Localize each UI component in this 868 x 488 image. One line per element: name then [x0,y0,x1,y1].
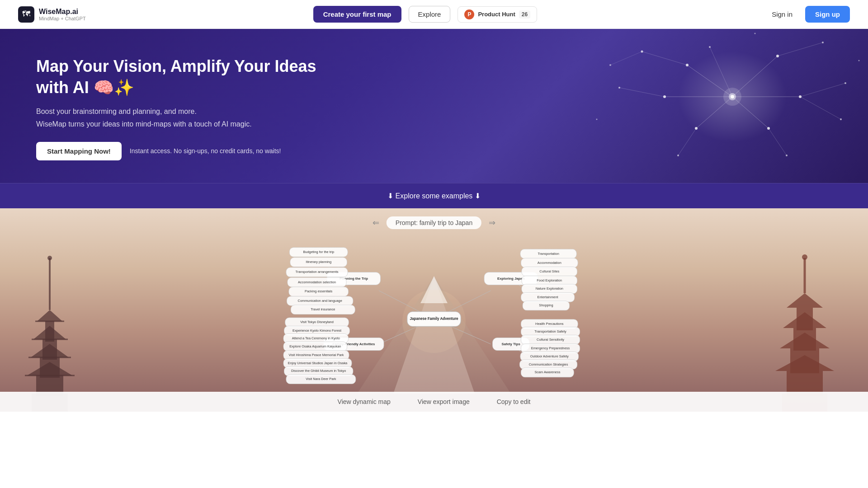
svg-text:Outdoor Adventure Safety: Outdoor Adventure Safety [530,354,569,358]
navbar-center: Create your first map Explore P Product … [313,6,537,23]
svg-text:Enjoy Universal Studios Japan : Enjoy Universal Studios Japan in Osaka [288,361,348,365]
svg-text:Scam Awareness: Scam Awareness [534,370,560,374]
svg-text:Discover the Ghibli Museum in : Discover the Ghibli Museum in Tokyo [291,369,346,373]
svg-point-36 [729,93,736,100]
svg-rect-48 [45,321,54,342]
start-mapping-button[interactable]: Start Mapping Now! [36,142,122,160]
svg-rect-44 [40,357,60,378]
svg-rect-59 [790,348,819,373]
svg-line-15 [610,52,642,65]
svg-point-33 [596,119,598,120]
svg-text:Accommodation: Accommodation [538,260,561,264]
svg-text:Accommodation selection: Accommodation selection [298,280,336,284]
svg-point-34 [755,33,756,34]
mindmap-container: Japanese Family Adventure Planning the T… [276,235,592,403]
svg-point-17 [686,64,689,66]
svg-line-14 [619,88,665,97]
prev-prompt-arrow[interactable]: ⇐ [373,218,379,228]
hero-title: Map Your Vision, Amplify Your Ideas with… [36,56,353,99]
svg-text:Transportation arrangements: Transportation arrangements [295,270,338,274]
product-hunt-label: Product Hunt [478,11,515,18]
svg-text:Transportation: Transportation [538,251,559,255]
svg-marker-49 [37,310,62,321]
svg-text:Safety Tips: Safety Tips [502,342,520,346]
svg-point-21 [695,127,698,130]
svg-point-27 [840,118,842,120]
product-hunt-icon: P [464,9,474,19]
copy-to-edit-link[interactable]: Copy to edit [497,398,531,405]
svg-text:Health Precautions: Health Precautions [535,322,564,326]
svg-text:Transportation Safety: Transportation Safety [534,329,566,333]
svg-text:Travel insurance: Travel insurance [311,307,335,311]
svg-point-66 [802,254,807,260]
svg-point-22 [663,95,666,98]
svg-text:Budgeting for the trip: Budgeting for the trip [303,250,334,254]
svg-text:Communication Strategies: Communication Strategies [529,362,568,366]
view-export-image-link[interactable]: View export image [418,398,470,405]
explore-button[interactable]: Explore [409,6,451,23]
svg-line-13 [678,128,696,155]
hero-desc2: WiseMap turns your ideas into mind-maps … [36,120,353,128]
svg-point-29 [677,155,679,156]
svg-line-11 [800,97,841,119]
svg-text:Food Exploration: Food Exploration [537,278,562,282]
map-section: ⇐ Prompt: family trip to Japan ⇒ [0,208,868,412]
navbar: 🗺 WiseMap.ai MindMap + ChatGPT Create yo… [0,0,868,29]
svg-point-20 [767,127,770,130]
svg-text:Exploring Japan: Exploring Japan [497,276,525,280]
svg-text:Cultural Sites: Cultural Sites [539,269,559,273]
svg-line-10 [800,83,845,97]
center-node-text: Japanese Family Adventure [410,317,458,321]
svg-point-19 [799,95,802,98]
svg-text:Shopping: Shopping [539,303,553,307]
prompt-text: Prompt: family trip to Japan [387,216,481,229]
svg-text:Visit Tokyo Disneyland: Visit Tokyo Disneyland [300,320,334,324]
svg-text:Visit Hiroshima Peace Memorial: Visit Hiroshima Peace Memorial Park [289,352,344,357]
hero-desc1: Boost your brainstorming and planning, a… [36,108,353,116]
svg-marker-64 [787,293,823,308]
svg-line-12 [769,128,787,155]
svg-text:Itinerary planning: Itinerary planning [306,260,331,264]
signin-button[interactable]: Sign in [764,7,800,22]
svg-point-32 [859,60,860,61]
svg-point-28 [786,155,788,156]
hero-section: Map Your Vision, Amplify Your Ideas with… [0,29,868,183]
pagoda-left [0,222,99,412]
svg-text:Explore Osaka Aquarium Kaiyuka: Explore Osaka Aquarium Kaiyukan [289,344,341,348]
svg-text:Entertainment: Entertainment [538,295,558,299]
logo-sub: MindMap + ChatGPT [39,16,86,21]
pagoda-right [741,222,868,412]
product-hunt-count: 26 [519,10,530,19]
svg-point-23 [709,46,711,48]
svg-point-31 [609,64,611,66]
svg-text:Cultural Sensitivity: Cultural Sensitivity [537,337,564,341]
hero-network-graphic [552,29,868,164]
svg-line-9 [778,42,823,56]
navbar-right: Sign in Sign up [764,6,850,23]
svg-text:Experience Kyoto Kimono Forest: Experience Kyoto Kimono Forest [292,328,341,332]
next-prompt-arrow[interactable]: ⇒ [489,218,495,228]
svg-text:Attend a Tea Ceremony in Kyoto: Attend a Tea Ceremony in Kyoto [292,336,340,340]
svg-point-26 [844,82,846,84]
logo-title: WiseMap.ai [39,8,86,16]
hero-content: Map Your Vision, Amplify Your Ideas with… [36,56,353,160]
svg-text:Visit Nara Deer Park: Visit Nara Deer Park [306,377,336,381]
logo-icon: 🗺 [18,6,34,23]
svg-line-8 [642,52,687,65]
view-dynamic-map-link[interactable]: View dynamic map [338,398,391,405]
svg-rect-63 [797,308,813,330]
svg-rect-46 [42,339,57,360]
svg-text:Packing essentials: Packing essentials [305,289,333,293]
svg-point-24 [641,51,643,53]
svg-point-18 [776,55,779,57]
svg-point-30 [618,87,620,89]
svg-text:Communication and language: Communication and language [298,299,342,303]
explore-bar: ⬇ Explore some examples ⬇ [0,183,868,208]
svg-rect-61 [793,328,816,351]
signup-button[interactable]: Sign up [805,6,850,23]
create-map-button[interactable]: Create your first map [313,6,401,23]
logo-text: WiseMap.ai MindMap + ChatGPT [39,8,86,21]
svg-text:Emergency Preparedness: Emergency Preparedness [531,346,570,350]
product-hunt-badge[interactable]: P Product Hunt 26 [458,6,537,23]
svg-point-51 [47,256,52,260]
